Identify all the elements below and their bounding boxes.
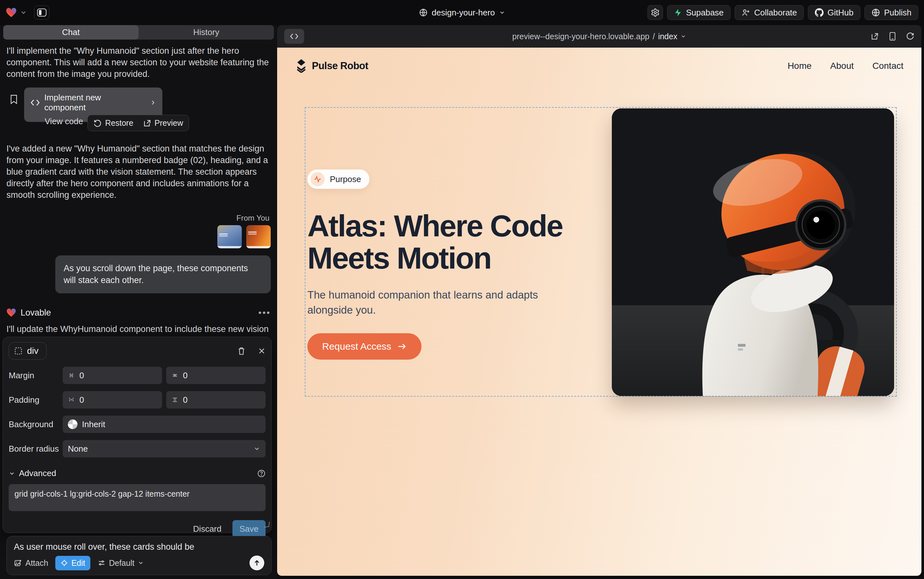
nav-about[interactable]: About [830, 61, 854, 71]
chat-sidebar: Chat History I'll implement the "Why Hum… [0, 25, 277, 579]
tab-history[interactable]: History [139, 25, 274, 39]
preview-pane: preview--design-your-hero.lovable.app / … [277, 25, 921, 576]
toggle-sidebar-button[interactable] [34, 5, 49, 20]
margin-horizontal-icon [68, 372, 75, 379]
dashed-box-icon [14, 347, 23, 355]
code-icon [31, 99, 40, 106]
margin-vertical-icon [171, 372, 178, 379]
border-radius-select[interactable]: None [63, 440, 266, 457]
discard-button[interactable]: Discard [193, 524, 222, 534]
request-access-button[interactable]: Request Access [307, 333, 421, 360]
component-card-row: Implement new component View code Restor… [0, 87, 277, 130]
padding-vertical-icon [171, 396, 178, 403]
chevron-down-icon [137, 560, 144, 566]
sidebar-tabs: Chat History [3, 25, 274, 39]
padding-y-input[interactable] [183, 395, 260, 405]
preview-button[interactable]: Preview [143, 118, 183, 128]
nav-contact[interactable]: Contact [873, 61, 904, 71]
help-icon[interactable] [257, 469, 266, 478]
composer-input[interactable]: As user mouse roll over, these cards sho… [14, 542, 264, 552]
tailwind-classes-input[interactable]: grid grid-cols-1 lg:grid-cols-2 gap-12 i… [9, 484, 266, 511]
refresh-icon[interactable] [906, 32, 914, 41]
github-button[interactable]: GitHub [808, 5, 860, 20]
chevron-down-icon[interactable] [20, 9, 27, 16]
github-icon [815, 8, 824, 17]
bookmark-icon[interactable] [10, 95, 18, 104]
message-menu-button[interactable]: ••• [258, 307, 271, 318]
component-card-title: Implement new component [44, 93, 141, 113]
selected-div-outline[interactable]: Purpose Atlas: Where Code Meets Motion T… [305, 107, 897, 397]
background-value: Inherit [82, 419, 105, 429]
assistant-header: Lovable ••• [7, 307, 271, 318]
code-icon [290, 33, 299, 40]
border-radius-label: Border radius [9, 444, 63, 454]
arrow-right-icon [397, 342, 407, 351]
attach-button[interactable]: Attach [14, 558, 48, 568]
restore-icon [93, 119, 102, 128]
padding-x-field[interactable] [63, 391, 162, 409]
pulse-robot-logo-icon [295, 59, 307, 73]
advanced-section-label[interactable]: Advanced [19, 468, 56, 478]
supabase-icon [674, 8, 682, 17]
chevron-down-icon [253, 445, 260, 452]
code-view-toggle[interactable] [284, 29, 304, 44]
padding-x-input[interactable] [79, 395, 157, 405]
from-you-label: From You [7, 214, 269, 222]
version-actions: Restore Preview [87, 115, 189, 131]
restore-button[interactable]: Restore [93, 118, 134, 128]
publish-globe-icon [871, 8, 880, 17]
external-link-icon [143, 119, 152, 128]
tab-chat[interactable]: Chat [3, 25, 139, 39]
chevron-down-icon [499, 9, 505, 16]
padding-horizontal-icon [68, 396, 75, 403]
preview-site: Pulse Robot Home About Contact Purpose A… [277, 47, 921, 576]
element-inspector-panel: div Margin P [3, 337, 272, 533]
mobile-view-icon[interactable] [889, 32, 896, 41]
target-icon [60, 559, 68, 567]
assistant-message: I've added a new "Why Humanoid" section … [7, 143, 271, 201]
delete-element-button[interactable] [237, 347, 246, 355]
open-external-icon[interactable] [871, 32, 879, 41]
close-inspector-button[interactable] [258, 347, 266, 355]
edit-mode-button[interactable]: Edit [55, 556, 90, 570]
attachment-thumbnail[interactable] [246, 225, 271, 248]
send-button[interactable] [250, 556, 264, 570]
transparency-swatch-icon [68, 419, 77, 429]
attachment-thumbnail[interactable] [217, 225, 242, 248]
app-topbar: design-your-hero Supabase Collaborate Gi… [0, 0, 924, 25]
badge-label: Purpose [330, 174, 361, 184]
chevron-down-icon[interactable] [9, 470, 15, 477]
settings-button[interactable] [648, 5, 663, 20]
margin-x-field[interactable] [63, 367, 162, 384]
collaborate-button[interactable]: Collaborate [735, 5, 804, 20]
pulse-icon [310, 172, 325, 186]
preview-url[interactable]: preview--design-your-hero.lovable.app / … [512, 32, 686, 41]
margin-y-field[interactable] [166, 367, 266, 384]
purpose-badge: Purpose [307, 170, 369, 189]
site-brand[interactable]: Pulse Robot [295, 59, 368, 73]
model-selector[interactable]: Default [98, 558, 144, 568]
background-field[interactable]: Inherit [63, 415, 266, 433]
margin-label: Margin [9, 371, 63, 381]
lovable-heart-icon [7, 308, 16, 317]
selected-element-tag: div [27, 346, 39, 356]
sliders-icon [98, 559, 106, 567]
margin-x-input[interactable] [79, 371, 157, 381]
trash-icon [237, 347, 246, 355]
save-button[interactable]: Save [232, 520, 266, 538]
lovable-logo-icon[interactable] [6, 7, 17, 18]
project-switcher[interactable]: design-your-hero [419, 8, 505, 18]
publish-button[interactable]: Publish [865, 5, 918, 20]
chat-composer[interactable]: As user mouse roll over, these cards sho… [7, 536, 272, 575]
preview-toolbar: preview--design-your-hero.lovable.app / … [277, 25, 921, 47]
selected-element-pill[interactable]: div [9, 342, 47, 360]
padding-y-field[interactable] [166, 391, 266, 409]
textarea-resize-handle[interactable] [264, 522, 270, 528]
margin-y-input[interactable] [183, 371, 260, 381]
nav-home[interactable]: Home [788, 61, 812, 71]
supabase-button[interactable]: Supabase [667, 5, 730, 20]
hero-subheading: The humanoid companion that learns and a… [307, 287, 539, 318]
assistant-message: I'll implement the "Why Humanoid" sectio… [7, 45, 271, 80]
user-attachments: From You [7, 214, 271, 248]
padding-label: Padding [9, 395, 63, 405]
